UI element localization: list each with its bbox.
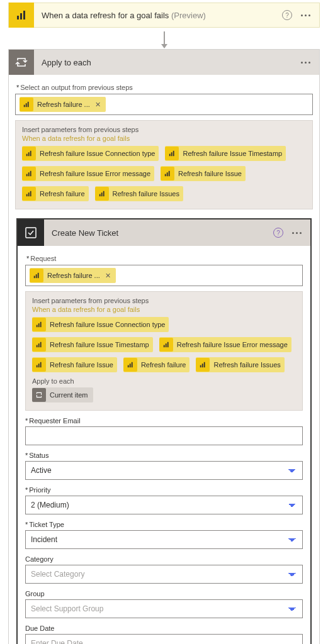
svg-rect-19 — [28, 192, 30, 196]
parameter-token[interactable]: Refresh failure — [22, 186, 89, 201]
parameter-token[interactable]: Refresh failure Issue Timestamp — [165, 146, 286, 161]
svg-rect-14 — [30, 171, 31, 176]
parameter-token[interactable]: Refresh failure Issues — [95, 186, 183, 201]
requester-email-input[interactable] — [25, 426, 303, 445]
due-date-label: Due Date — [25, 625, 303, 632]
svg-rect-41 — [130, 364, 131, 367]
svg-rect-34 — [164, 345, 165, 348]
svg-rect-38 — [38, 364, 40, 367]
insert-panel-title: Insert parameters from previous steps — [32, 297, 296, 304]
status-label: Status — [25, 452, 303, 459]
parameter-token[interactable]: Refresh failure Issue Connection type — [22, 146, 159, 161]
insert-panel-source: When a data refresh for a goal fails — [32, 306, 296, 313]
svg-rect-26 — [36, 274, 37, 278]
status-select[interactable]: Active — [25, 461, 303, 480]
remove-token-icon[interactable]: ✕ — [104, 272, 112, 280]
powerbi-icon — [123, 358, 137, 372]
svg-rect-33 — [40, 342, 42, 347]
step-title: Create New Ticket — [44, 228, 273, 238]
request-label: Request — [26, 255, 302, 262]
svg-rect-10 — [171, 152, 172, 156]
svg-rect-28 — [37, 325, 38, 328]
powerbi-icon — [22, 167, 36, 180]
svg-rect-13 — [28, 172, 30, 176]
token-label: Refresh failure ... — [37, 101, 90, 108]
svg-rect-30 — [40, 322, 42, 327]
loop-icon — [32, 388, 46, 402]
svg-rect-24 — [26, 228, 36, 238]
svg-rect-11 — [173, 151, 174, 156]
svg-rect-21 — [99, 194, 100, 197]
svg-rect-9 — [169, 154, 171, 157]
trigger-card[interactable]: When a data refresh for a goal fails (Pr… — [8, 3, 320, 28]
trigger-title: When a data refresh for a goal fails (Pr… — [34, 11, 282, 20]
svg-rect-39 — [40, 362, 42, 367]
parameter-token[interactable]: Refresh failure Issues — [196, 357, 284, 372]
powerbi-icon — [32, 338, 46, 352]
svg-rect-8 — [30, 151, 31, 156]
request-input[interactable]: Refresh failure ... ✕ — [25, 265, 303, 286]
token-label: Refresh failure Issue Timestamp — [183, 150, 282, 157]
category-select[interactable]: Select Category — [25, 565, 303, 584]
parameter-token[interactable]: Refresh failure Issue Connection type — [32, 317, 169, 332]
category-label: Category — [25, 555, 303, 563]
apply-to-each-step: Apply to each Select an output from prev… — [8, 49, 320, 644]
svg-rect-22 — [101, 192, 102, 196]
parameter-token[interactable]: Refresh failure Issue Error message — [22, 166, 154, 181]
svg-rect-42 — [132, 362, 133, 367]
help-icon[interactable]: ? — [273, 228, 283, 238]
svg-rect-0 — [17, 16, 19, 19]
svg-rect-23 — [103, 191, 104, 196]
token-label: Refresh failure Issues — [113, 190, 179, 197]
current-item-token[interactable]: Current item — [32, 387, 93, 402]
svg-rect-32 — [38, 343, 40, 347]
parameter-token[interactable]: Refresh failure Issue — [32, 357, 117, 372]
create-ticket-header[interactable]: Create New Ticket ? — [18, 219, 310, 246]
token-label: Refresh failure — [40, 190, 85, 197]
token-label: Refresh failure Issue — [50, 361, 113, 369]
more-menu-icon[interactable] — [301, 62, 310, 64]
svg-rect-1 — [20, 13, 22, 19]
powerbi-icon — [95, 187, 109, 201]
select-output-label: Select an output from previous steps — [16, 84, 312, 91]
svg-rect-6 — [26, 154, 28, 157]
more-menu-icon[interactable] — [301, 14, 310, 16]
priority-select[interactable]: 2 (Medium) — [25, 496, 303, 514]
insert-panel-source: When a data refresh for a goal fails — [22, 135, 306, 142]
remove-token-icon[interactable]: ✕ — [94, 101, 102, 109]
selected-token[interactable]: Refresh failure ... ✕ — [30, 268, 116, 283]
parameter-token[interactable]: Refresh failure Issue Error message — [159, 337, 291, 352]
svg-rect-16 — [167, 172, 168, 176]
group-label: Group — [25, 590, 303, 597]
parameter-token[interactable]: Refresh failure — [123, 357, 190, 372]
svg-rect-4 — [26, 103, 27, 107]
ticket-type-select[interactable]: Incident — [25, 530, 303, 549]
svg-rect-7 — [28, 152, 30, 156]
insert-parameters-panel: Insert parameters from previous steps Wh… — [15, 120, 313, 209]
help-icon[interactable]: ? — [282, 10, 292, 20]
insert-panel-title: Insert parameters from previous steps — [22, 126, 306, 133]
token-label: Refresh failure — [141, 361, 186, 369]
insert-parameters-panel: Insert parameters from previous steps Wh… — [25, 291, 303, 411]
token-label: Refresh failure Issue Error message — [40, 170, 150, 177]
powerbi-icon — [30, 269, 43, 282]
group-select[interactable]: Select Support Group — [25, 599, 303, 618]
token-label: Refresh failure Issue — [178, 170, 242, 177]
due-date-input[interactable] — [25, 634, 303, 644]
svg-rect-12 — [26, 174, 28, 177]
svg-rect-45 — [204, 362, 205, 367]
apply-to-each-sublabel: Apply to each — [32, 377, 296, 385]
powerbi-icon — [165, 147, 179, 160]
powerbi-icon — [20, 97, 33, 111]
powerbi-icon — [22, 187, 36, 201]
apply-to-each-header[interactable]: Apply to each — [9, 50, 319, 75]
svg-rect-17 — [169, 171, 170, 176]
more-menu-icon[interactable] — [292, 232, 302, 234]
parameter-token[interactable]: Refresh failure Issue Timestamp — [32, 337, 153, 352]
selected-token[interactable]: Refresh failure ... ✕ — [20, 97, 106, 112]
select-output-input[interactable]: Refresh failure ... ✕ — [15, 94, 313, 115]
svg-rect-25 — [34, 276, 35, 279]
parameter-token[interactable]: Refresh failure Issue — [161, 166, 246, 181]
svg-rect-37 — [37, 365, 38, 368]
powerbi-icon — [161, 167, 174, 180]
